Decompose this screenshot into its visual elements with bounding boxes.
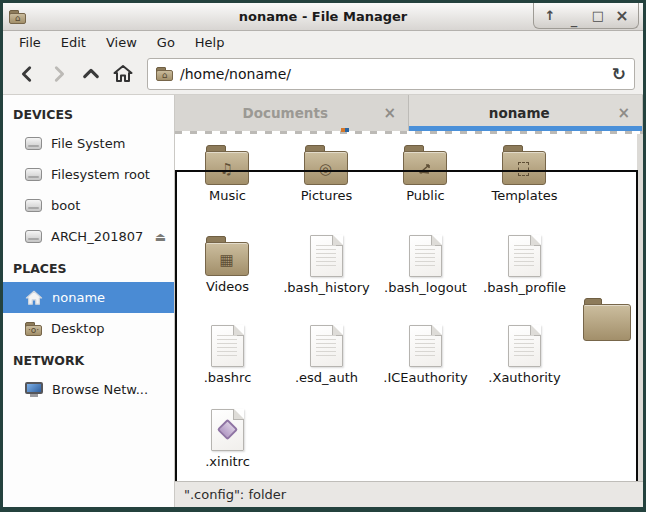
home-icon <box>25 290 43 306</box>
sidebar-item-label: noname <box>52 290 105 305</box>
file-name: .xinitrc <box>205 454 250 469</box>
drive-icon <box>25 230 42 243</box>
status-bar: ".config": folder <box>175 481 643 507</box>
shade-button[interactable]: ↑ <box>538 5 562 27</box>
text-file-icon <box>409 235 442 277</box>
toolbar: ⌂ /home/noname/ ↻ <box>3 54 643 95</box>
file-name: Public <box>406 188 444 203</box>
refresh-icon[interactable]: ↻ <box>612 64 626 84</box>
minimize-button[interactable]: _ <box>562 5 586 27</box>
film-glyph: ▦ <box>205 244 249 276</box>
file-name: Templates <box>491 188 557 203</box>
up-button[interactable] <box>75 59 107 89</box>
sidebar-item-label: ARCH_201807 <box>51 229 143 244</box>
sidebar-item-label: Desktop <box>51 321 105 336</box>
window-controls: ↑ _ □ × <box>533 3 639 29</box>
file-view[interactable]: ♫ Music ◎ Pictures <box>175 131 643 481</box>
titlebar[interactable]: ⌂ noname - File Manager ↑ _ □ × <box>3 3 643 31</box>
text-file-icon <box>409 325 442 367</box>
close-button[interactable]: × <box>610 5 634 27</box>
folder-templates-icon <box>502 145 548 185</box>
file-name: .bash_history <box>283 280 370 295</box>
menu-view[interactable]: View <box>96 33 147 52</box>
file-item[interactable]: Templates <box>475 140 574 231</box>
file-grid: ♫ Music ◎ Pictures <box>178 140 574 481</box>
sidebar-item-arch-201807[interactable]: ARCH_201807 ⏏ <box>3 221 174 252</box>
text-file-icon <box>310 235 343 277</box>
file-item[interactable]: .Xauthority <box>475 321 574 405</box>
file-item[interactable]: ♫ Music <box>178 140 277 231</box>
tab-label: Documents <box>187 105 383 121</box>
file-item[interactable]: .esd_auth <box>277 321 376 405</box>
home-button[interactable] <box>107 59 139 89</box>
sidebar-item-browse-network[interactable]: Browse Netw... <box>3 374 174 405</box>
share-glyph <box>403 153 447 185</box>
eject-icon[interactable]: ⏏ <box>155 230 166 244</box>
tab-documents[interactable]: Documents × <box>175 95 409 131</box>
maximize-button[interactable]: □ <box>586 5 610 27</box>
menu-help[interactable]: Help <box>185 33 235 52</box>
tab-close-icon[interactable]: × <box>383 104 396 122</box>
folder-videos-icon: ▦ <box>205 236 251 276</box>
drive-icon <box>25 199 42 212</box>
file-item[interactable]: .ICEauthority <box>376 321 475 405</box>
folder-public-icon <box>403 145 449 185</box>
back-button[interactable] <box>11 59 43 89</box>
tab-label: noname <box>421 105 617 121</box>
file-item[interactable]: ▦ Videos <box>178 231 277 321</box>
file-item[interactable]: .bashrc <box>178 321 277 405</box>
file-item[interactable]: Public <box>376 140 475 231</box>
content-pane: Documents × noname × ♫ <box>175 95 643 507</box>
vertical-scrollbar[interactable] <box>637 134 643 481</box>
main-area: DEVICES File System Filesystem root boot… <box>3 95 643 507</box>
forward-button[interactable] <box>43 59 75 89</box>
file-name: .bash_logout <box>384 280 467 295</box>
dragged-folder-icon[interactable] <box>583 293 633 341</box>
file-item[interactable]: ◎ Pictures <box>277 140 376 231</box>
home-icon <box>112 63 134 85</box>
file-name: Music <box>209 188 246 203</box>
window-home-folder-icon: ⌂ <box>9 10 26 24</box>
sidebar-item-label: Filesystem root <box>51 167 150 182</box>
sidebar-item-boot[interactable]: boot <box>3 190 174 221</box>
sidebar-item-label: File System <box>51 136 125 151</box>
sidebar-item-desktop[interactable]: ·o· Desktop <box>3 313 174 344</box>
file-name: Videos <box>206 279 249 294</box>
menu-edit[interactable]: Edit <box>51 33 96 52</box>
text-file-icon <box>508 325 541 367</box>
camera-glyph: ◎ <box>304 153 348 185</box>
sidebar-item-label: Browse Netw... <box>52 382 148 397</box>
sidebar-header-places: PLACES <box>3 252 174 282</box>
menu-go[interactable]: Go <box>147 33 185 52</box>
path-input[interactable]: /home/noname/ <box>180 66 605 82</box>
text-file-icon <box>211 325 244 367</box>
file-name: .esd_auth <box>295 370 358 385</box>
status-text: ".config": folder <box>184 487 286 502</box>
folder-pictures-icon: ◎ <box>304 145 350 185</box>
file-item[interactable]: .xinitrc <box>178 405 277 481</box>
folder-icon: ·o· <box>25 322 42 336</box>
file-item[interactable]: .bash_history <box>277 231 376 321</box>
file-item[interactable]: .bash_profile <box>475 231 574 321</box>
tab-close-icon[interactable]: × <box>617 104 630 122</box>
file-manager-window: ⌂ noname - File Manager ↑ _ □ × File Edi… <box>0 0 646 512</box>
template-glyph <box>502 153 546 185</box>
drive-icon <box>25 168 42 181</box>
drop-insert-marker <box>341 128 349 132</box>
menu-file[interactable]: File <box>9 33 51 52</box>
drive-icon <box>25 137 42 150</box>
chevron-up-icon <box>82 65 100 83</box>
sidebar-header-devices: DEVICES <box>3 98 174 128</box>
sidebar-item-file-system[interactable]: File System <box>3 128 174 159</box>
script-file-icon <box>211 409 244 451</box>
tab-noname[interactable]: noname × <box>409 95 643 131</box>
tab-bar: Documents × noname × <box>175 95 643 131</box>
file-item[interactable]: .bash_logout <box>376 231 475 321</box>
text-file-icon <box>508 235 541 277</box>
sidebar-item-noname[interactable]: noname <box>3 282 174 313</box>
network-icon <box>25 382 43 394</box>
home-glyph: ⌂ <box>156 70 173 81</box>
path-bar[interactable]: ⌂ /home/noname/ ↻ <box>147 58 635 90</box>
sidebar-item-filesystem-root[interactable]: Filesystem root <box>3 159 174 190</box>
home-glyph: ⌂ <box>9 13 26 24</box>
